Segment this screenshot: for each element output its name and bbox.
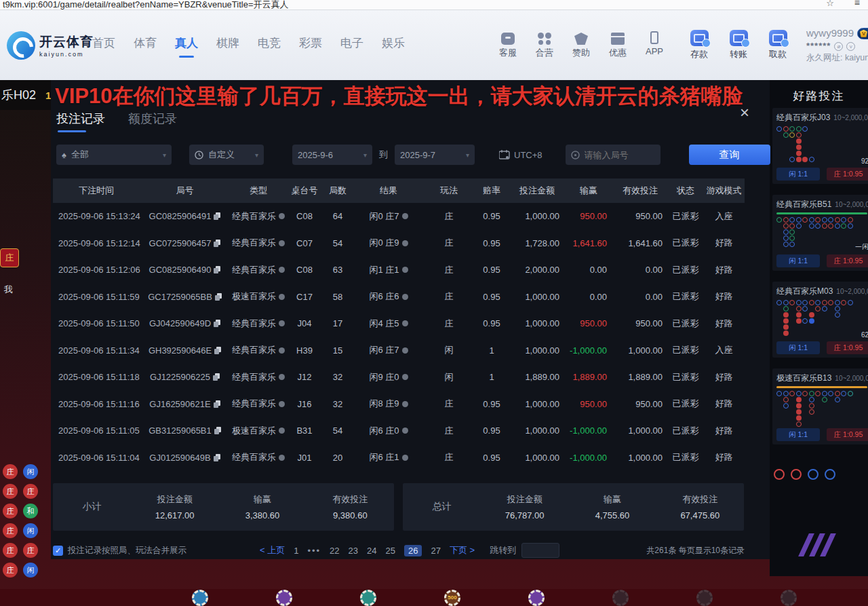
page-button[interactable]: 下页 > <box>450 544 475 556</box>
quick-action[interactable]: 合营 <box>530 31 559 59</box>
road-bet-card[interactable]: 经典百家乐M03 10~2,000,000 62 闲 1:1 庄 1:0.95 <box>772 282 868 358</box>
close-icon[interactable]: × <box>740 105 749 121</box>
copy-icon[interactable] <box>214 454 220 461</box>
road-bet-card[interactable]: 经典百家乐J03 10~2,000,000 92 闲 1:1 庄 1:0.95 <box>772 108 868 184</box>
bookmark-star-icon[interactable]: ☆ <box>826 0 834 8</box>
copy-icon[interactable] <box>214 212 220 220</box>
page-button[interactable]: ••• <box>307 546 321 556</box>
nav-item[interactable]: 彩票 <box>299 35 322 55</box>
date-from-select[interactable]: 2025-9-6▾ <box>292 145 372 165</box>
cell-win-loss: 950.00 <box>565 399 612 409</box>
eye-off-icon[interactable]: ø <box>834 42 843 51</box>
bet-banker-button[interactable]: 庄 1:0.95 <box>827 168 868 181</box>
table-row[interactable]: 2025-09-06 15:13:24 GC0825906491 经典百家乐 C… <box>53 203 745 230</box>
nav-item[interactable]: 首页 <box>92 35 115 55</box>
table-row[interactable]: 2025-09-06 15:12:06 GC0825906490 经典百家乐 C… <box>53 257 745 284</box>
copy-icon[interactable] <box>214 266 220 273</box>
jump-page-input[interactable] <box>521 543 559 558</box>
round-number-input[interactable] <box>566 145 660 165</box>
v-circle-icon[interactable]: v <box>846 42 855 51</box>
quick-action[interactable]: 优惠 <box>603 31 633 59</box>
quick-action[interactable]: 赞助 <box>566 31 596 59</box>
nav-item[interactable]: 娱乐 <box>382 35 405 55</box>
table-row[interactable]: 2025-09-06 15:11:16 GJ162590621E 经典百家乐 J… <box>53 391 745 418</box>
result-dot-icon <box>402 374 408 380</box>
cell-round-id: GJ162590621E <box>140 399 230 409</box>
summary-stat: 有效投注 67,475.60 <box>656 493 744 520</box>
casino-chip[interactable] <box>276 590 292 606</box>
casino-chip[interactable] <box>612 590 629 606</box>
wallet-action[interactable]: 转账 <box>724 30 753 60</box>
page-button[interactable]: 25 <box>386 546 395 556</box>
cell-win-loss: 950.00 <box>565 211 612 221</box>
app-header: 开云体育 kaiyun.com 首页体育真人棋牌电竞彩票电子娱乐 客服 合营 <box>0 10 868 80</box>
cell-play: 庄 <box>424 451 474 463</box>
modal-tab[interactable]: 投注记录 <box>56 111 105 132</box>
table-row[interactable]: 2025-09-06 15:11:05 GB31259065B1 极速百家乐 B… <box>53 417 745 444</box>
bet-player-button[interactable]: 闲 1:1 <box>776 428 820 441</box>
nav-item[interactable]: 棋牌 <box>216 35 239 55</box>
page-button[interactable]: 26 <box>404 545 422 556</box>
table-row[interactable]: 2025-09-06 15:11:59 GC17259065BB 极速百家乐 C… <box>53 284 745 311</box>
table-row[interactable]: 2025-09-06 15:11:50 GJ042590649D 经典百家乐 J… <box>53 310 745 337</box>
bet-player-button[interactable]: 闲 1:1 <box>776 341 820 354</box>
summary-stat: 有效投注 9,380.60 <box>307 493 394 520</box>
cell-bet-amount: 1,000.00 <box>509 425 565 436</box>
time-range-select[interactable]: 自定义▾ <box>189 145 264 165</box>
table-row[interactable]: 2025-09-06 15:11:04 GJ012590649B 经典百家乐 J… <box>53 444 745 472</box>
game-type-select[interactable]: ♠ 全部▾ <box>56 145 172 165</box>
copy-icon[interactable] <box>214 427 221 434</box>
road-bet-card[interactable]: 经典百家乐B51 10~2,000,000 一闲 闲 1:1 庄 1:0.95 <box>772 195 868 271</box>
copy-icon[interactable] <box>214 347 221 354</box>
bet-banker-button[interactable]: 庄 1:0.95 <box>827 428 868 441</box>
page-button[interactable]: 24 <box>367 546 376 556</box>
date-to-select[interactable]: 2025-9-7▾ <box>395 145 475 165</box>
page-button[interactable]: 27 <box>431 546 440 556</box>
table-row[interactable]: 2025-09-06 15:12:14 GC0725906457 经典百家乐 C… <box>53 230 745 257</box>
search-button[interactable]: 查询 <box>689 145 770 165</box>
bet-banker-button[interactable]: 庄 1:0.95 <box>827 254 868 267</box>
page-button[interactable]: 23 <box>349 546 358 556</box>
copy-icon[interactable] <box>213 373 220 381</box>
quick-action[interactable]: APP <box>639 31 669 59</box>
casino-chip[interactable]: 500 <box>444 590 460 606</box>
card-table-name: 经典百家乐J03 <box>776 112 830 124</box>
modal-tab[interactable]: 额度记录 <box>128 111 177 132</box>
page-button[interactable]: 1 <box>294 546 298 556</box>
page-button[interactable]: 22 <box>330 546 339 556</box>
nav-item[interactable]: 体育 <box>134 35 157 55</box>
casino-chip[interactable] <box>781 590 797 606</box>
casino-chip[interactable] <box>528 590 545 606</box>
copy-icon[interactable] <box>214 240 220 247</box>
cell-game-type: 经典百家乐 <box>230 264 287 276</box>
bet-banker-button[interactable]: 庄 1:0.95 <box>827 341 868 354</box>
wallet-action[interactable]: 存款 <box>684 30 714 60</box>
copy-icon[interactable] <box>214 400 220 408</box>
casino-chip[interactable] <box>360 590 376 606</box>
calendar-icon <box>499 150 510 159</box>
bet-player-button[interactable]: 闲 1:1 <box>776 254 820 267</box>
nav-item[interactable]: 电子 <box>340 35 363 55</box>
casino-chip[interactable] <box>192 590 208 606</box>
good-road-sidebar: 好路投注 经典百家乐J03 10~2,000,000 92 闲 1:1 <box>770 80 868 576</box>
info-dot-icon <box>279 294 285 300</box>
copy-icon[interactable] <box>214 320 220 327</box>
browser-url-bar[interactable]: t9km.vip:6001/game/detail/realbet?enName… <box>0 0 868 10</box>
wallet-action[interactable]: 取款 <box>763 30 793 60</box>
casino-chip[interactable] <box>696 590 713 606</box>
cell-round-no: 63 <box>322 265 353 275</box>
nav-item[interactable]: 真人 <box>175 35 198 55</box>
roadmap-dot: 庄 <box>3 484 18 499</box>
road-bet-card[interactable]: 极速百家乐B13 10~2,000,000 闲 1:1 庄 1:0.95 <box>772 368 868 444</box>
merge-checkbox[interactable]: ✓ <box>53 546 63 556</box>
nav-item[interactable]: 电竞 <box>258 35 281 55</box>
brand-logo[interactable]: 开云体育 kaiyun.com <box>7 31 80 60</box>
browser-menu-icon[interactable]: ≡ <box>854 0 860 8</box>
page-button[interactable]: < 上页 <box>260 544 285 556</box>
copy-icon[interactable] <box>215 293 222 301</box>
bet-player-button[interactable]: 闲 1:1 <box>776 168 820 181</box>
quick-action[interactable]: 客服 <box>493 31 523 59</box>
cell-mode: 好路 <box>703 290 745 303</box>
table-row[interactable]: 2025-09-06 15:11:34 GH392590646E 经典百家乐 H… <box>53 337 745 364</box>
table-row[interactable]: 2025-09-06 15:11:18 GJ1225906225 经典百家乐 J… <box>53 364 745 391</box>
